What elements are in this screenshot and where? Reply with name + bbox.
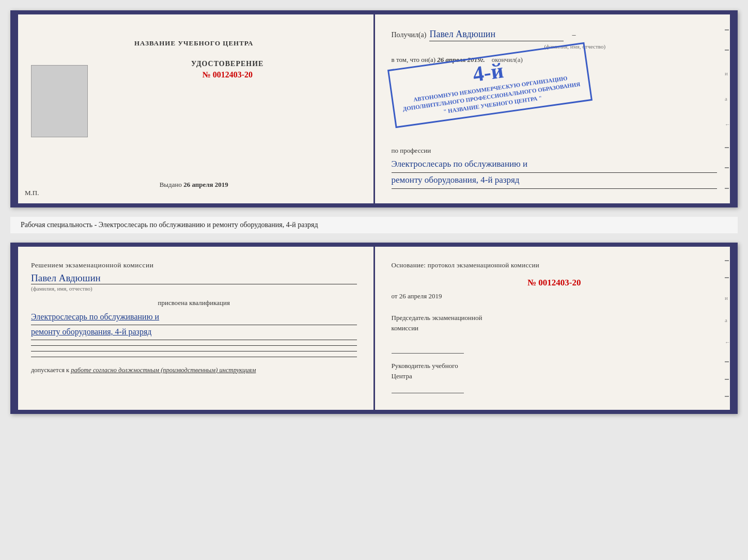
bottom-document: Решением экзаменационной комиссии Павел … xyxy=(10,243,738,414)
top-left-title: НАЗВАНИЕ УЧЕБНОГО ЦЕНТРА xyxy=(134,39,254,47)
from-label: от xyxy=(392,292,398,300)
separator1 xyxy=(31,345,357,346)
page-wrapper: НАЗВАНИЕ УЧЕБНОГО ЦЕНТРА УДОСТОВЕРЕНИЕ №… xyxy=(10,10,738,414)
допускается-label-text: допускается к xyxy=(31,366,69,374)
stamp-overlay: 4-й АВТОНОМНУЮ НЕКОММЕРЧЕСКУЮ ОРГАНИЗАЦИ… xyxy=(387,42,592,129)
director-signature-line xyxy=(392,383,464,393)
допускается-line: допускается к работе согласно должностны… xyxy=(31,366,357,374)
fio-hint-bottom: (фамилия, имя, отчество) xyxy=(31,285,357,292)
protocol-number: № 0012403-20 xyxy=(392,278,718,288)
issued-label: Выдано xyxy=(160,181,182,188)
profession-label: по профессии xyxy=(392,147,718,155)
допускается-value: работе согласно должностным (производств… xyxy=(71,366,256,374)
basis-title: Основание: протокол экзаменационной коми… xyxy=(392,261,718,269)
received-label: Получил(а) xyxy=(392,31,427,39)
from-date: 26 апреля 2019 xyxy=(399,292,442,300)
decision-title: Решением экзаменационной комиссии xyxy=(31,261,357,269)
top-document: НАЗВАНИЕ УЧЕБНОГО ЦЕНТРА УДОСТОВЕРЕНИЕ №… xyxy=(10,10,738,207)
director-line2: Центра xyxy=(392,372,412,380)
cert-number: № 0012403-20 xyxy=(98,70,357,79)
issued-line: Выдано 26 апреля 2019 xyxy=(31,181,357,189)
chairman-label: Председатель экзаменационной комиссии xyxy=(392,313,718,333)
mp-label: М.П. xyxy=(25,189,39,197)
in-that-label: в том, что он(а) xyxy=(392,56,436,63)
profession-line2: ремонту оборудования, 4-й разряд xyxy=(392,173,718,189)
received-line: Получил(а) Павел Авдюшин – xyxy=(392,29,718,41)
received-name: Павел Авдюшин xyxy=(429,29,564,41)
chairman-signature-line xyxy=(392,343,464,354)
separator3 xyxy=(31,357,357,357)
issued-date: 26 апреля 2019 xyxy=(183,181,228,188)
right-spine xyxy=(730,14,736,203)
left-spine xyxy=(12,14,18,203)
qual-line2: ремонту оборудования, 4-й разряд xyxy=(31,325,357,340)
person-name-bottom: Павел Авдюшин xyxy=(31,273,357,284)
cert-title: УДОСТОВЕРЕНИЕ xyxy=(98,60,357,68)
bottom-doc-right: Основание: протокол экзаменационной коми… xyxy=(375,247,734,410)
chairman-line1: Председатель экзаменационной xyxy=(392,314,482,322)
director-label: Руководитель учебного Центра xyxy=(392,361,718,381)
bottom-doc-left: Решением экзаменационной комиссии Павел … xyxy=(14,247,375,410)
separator2 xyxy=(31,351,357,351)
from-date-line: от 26 апреля 2019 xyxy=(392,292,718,300)
bottom-left-spine xyxy=(12,247,18,410)
qual-line1: Электрослесарь по обслуживанию и xyxy=(31,310,357,325)
top-doc-left: НАЗВАНИЕ УЧЕБНОГО ЦЕНТРА УДОСТОВЕРЕНИЕ №… xyxy=(14,14,375,203)
photo-placeholder xyxy=(31,65,88,137)
middle-text-content: Рабочая специальность - Электрослесарь п… xyxy=(21,221,318,229)
bottom-right-spine xyxy=(730,247,736,410)
top-doc-right: Получил(а) Павел Авдюшин – (фамилия, имя… xyxy=(375,14,734,203)
chairman-line2: комиссии xyxy=(392,324,419,332)
assigned-label: присвоена квалификация xyxy=(31,299,357,307)
middle-text: Рабочая специальность - Электрослесарь п… xyxy=(10,217,738,233)
director-line1: Руководитель учебного xyxy=(392,362,458,370)
profession-line1: Электрослесарь по обслуживанию и xyxy=(392,157,718,173)
